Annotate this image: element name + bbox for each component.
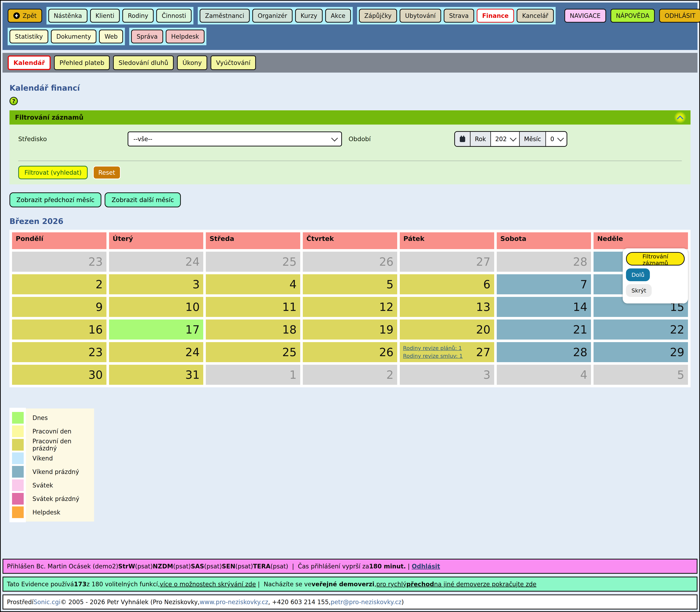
demo-switch-link[interactable]: pro rychlý (376, 581, 406, 588)
day-number: 2 (96, 278, 103, 291)
text-segment: Prostředí (7, 598, 33, 606)
calendar-picker-button[interactable] (455, 132, 471, 146)
text-segment: © 2005 - 2026 Petr Vyhnálek (Pro Nezisko… (60, 598, 200, 606)
nav-item-kancelar[interactable]: Kancelář (517, 9, 554, 23)
filter-divider (18, 161, 682, 161)
day-number: 11 (282, 300, 297, 314)
calendar-week-row: 9101112131415 (12, 297, 688, 317)
calendar-event-link[interactable]: Rodiny revize smluv: 1 (403, 353, 463, 359)
legend-item: Dnes (10, 411, 94, 425)
demo-switch-link[interactable]: přechod (406, 581, 434, 588)
day-number: 18 (282, 323, 297, 336)
legend-color-swatch (12, 453, 24, 464)
calendar-week-row: 303112345 (12, 365, 688, 385)
odhlasit-button[interactable]: ODHLÁSIT (659, 9, 700, 23)
legend-label: Helpdesk (32, 509, 60, 516)
calendar-day-cell: 5 (303, 274, 397, 294)
nav-item-sprava[interactable]: Správa (131, 30, 163, 43)
back-button[interactable]: Zpět (8, 9, 42, 23)
calendar-day-cell: 21 (497, 320, 591, 339)
filter-submit-button[interactable]: Filtrovat (vyhledat) (18, 166, 88, 179)
subnav-vyuctovani[interactable]: Vyúčtování (211, 55, 256, 70)
subnav-ukony[interactable]: Úkony (177, 55, 207, 70)
nav-item-helpdesk[interactable]: Helpdesk (166, 30, 204, 43)
subnav-kalendar-active[interactable]: Kalendář (8, 55, 51, 70)
day-number: 2 (386, 368, 394, 381)
prev-month-button[interactable]: Zobrazit předchozí měsíc (10, 192, 101, 207)
legend-item: Pracovní den (10, 425, 94, 438)
collapse-panel-icon[interactable] (674, 111, 686, 123)
next-month-button[interactable]: Zobrazit další měsíc (105, 192, 181, 207)
subnav-prehled-plateb[interactable]: Přehled plateb (54, 55, 110, 70)
logout-link[interactable]: Odhlásit (412, 563, 440, 570)
legend-item: Pracovní den prázdný (10, 438, 94, 451)
day-number: 5 (677, 368, 684, 381)
calendar-icon (459, 136, 466, 142)
nav-group-services: Zápůjčky Ubytování Strava Finance Kancel… (357, 7, 556, 25)
rok-select[interactable]: 202 (491, 132, 520, 146)
main-nav-row-1: Zpět Nástěnka Klienti Rodiny Činnosti Za… (8, 7, 690, 25)
day-number: 28 (573, 255, 587, 268)
day-number: 12 (379, 300, 394, 314)
day-number: 1 (289, 368, 297, 381)
nav-item-organizer[interactable]: Organizér (252, 9, 292, 23)
calendar-day-cell: 14 (497, 297, 591, 317)
demo-switch-link[interactable]: na jiné demoverze pokračujte zde (434, 581, 536, 588)
day-number: 27 (476, 255, 490, 268)
text-segment: SEN (222, 563, 235, 570)
popup-filter-button[interactable]: Filtrování záznamů (626, 252, 685, 265)
day-number: 17 (185, 323, 200, 336)
website-link[interactable]: www.pro-neziskovky.cz (200, 598, 268, 606)
text-segment: 173 (74, 581, 86, 588)
day-number: 25 (282, 255, 297, 268)
stredisko-select[interactable]: --vše-- (128, 131, 342, 147)
calendar-day-cell: 23 (12, 342, 106, 362)
text-segment: | (406, 563, 412, 570)
nav-item-nastenka[interactable]: Nástěnka (48, 9, 87, 23)
nav-item-dokumenty[interactable]: Dokumenty (51, 30, 97, 43)
nav-item-akce[interactable]: Akce (325, 9, 351, 23)
legend-label: Svátek prázdný (32, 495, 79, 502)
nav-item-kurzy[interactable]: Kurzy (295, 9, 323, 23)
day-number: 30 (88, 368, 103, 381)
day-number: 28 (573, 346, 587, 359)
legend-label: Pracovní den prázdný (32, 438, 94, 452)
sonic-link[interactable]: Sonic.cgi (33, 598, 60, 606)
nav-item-zamestnanci[interactable]: Zaměstnanci (200, 9, 250, 23)
legend-label: Pracovní den (32, 428, 71, 435)
hiding-options-link[interactable]: více o možnostech skrývání zde (160, 581, 256, 588)
calendar-container: PondělíÚterýStředaČtvrtekPátekSobotaNedě… (10, 230, 690, 387)
nav-item-strava[interactable]: Strava (444, 9, 474, 23)
nav-group-admin: Správa Helpdesk (129, 28, 206, 45)
text-segment: (psat) (235, 563, 253, 570)
legend-label: Víkend (32, 455, 53, 462)
calendar-day-cell: 3 (109, 274, 203, 294)
popup-hide-button[interactable]: Skrýt (626, 284, 652, 297)
napoveda-button[interactable]: NÁPOVĚDA (611, 9, 655, 23)
nav-item-zapujcky[interactable]: Zápůjčky (359, 9, 397, 23)
filter-reset-button[interactable]: Reset (93, 166, 121, 179)
navigace-button[interactable]: NAVIGACE (565, 9, 606, 23)
day-number: 19 (379, 323, 394, 336)
calendar-day-cell: 13 (400, 297, 494, 317)
popup-down-button[interactable]: Dolů (626, 268, 650, 281)
nav-item-finance-active[interactable]: Finance (477, 9, 514, 23)
nav-item-klienti[interactable]: Klienti (90, 9, 120, 23)
nav-item-web[interactable]: Web (99, 30, 123, 43)
help-icon[interactable]: ? (10, 97, 18, 105)
calendar-week-row: 16171819202122 (12, 320, 688, 339)
mesic-select[interactable]: 0 (546, 132, 567, 146)
nav-item-statistiky[interactable]: Statistiky (10, 30, 48, 43)
month-title: Březen 2026 (10, 217, 699, 226)
nav-item-cinnosti[interactable]: Činnosti (156, 9, 191, 23)
email-link[interactable]: petr@pro-neziskovky.cz (331, 598, 402, 606)
day-number: 6 (483, 278, 490, 291)
day-number: 14 (573, 300, 587, 314)
legend-color-swatch (12, 426, 24, 437)
calendar-event-link[interactable]: Rodiny revize plánů: 1 (403, 345, 463, 351)
day-number: 13 (476, 300, 490, 314)
subnav-sledovani-dluhu[interactable]: Sledování dluhů (113, 55, 174, 70)
nav-item-rodiny[interactable]: Rodiny (122, 9, 154, 23)
page-title: Kalendář financí (10, 84, 699, 93)
nav-item-ubytovani[interactable]: Ubytování (400, 9, 441, 23)
